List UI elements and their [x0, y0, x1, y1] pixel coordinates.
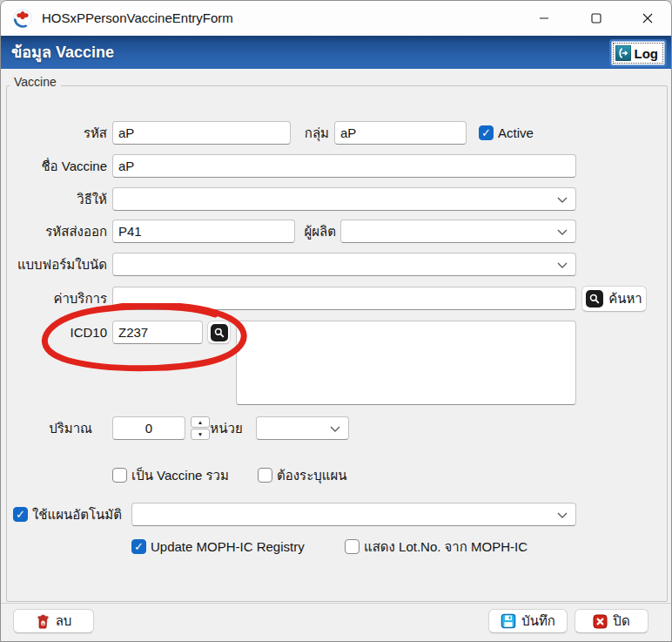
search-icon — [211, 324, 228, 341]
footer-bar — [1, 603, 671, 642]
manufacturer-label: ผู้ผลิต — [293, 220, 336, 243]
auto-plan-dropdown[interactable] — [131, 503, 576, 526]
minimize-icon — [539, 13, 549, 24]
floppy-disk-icon — [501, 613, 516, 629]
icd10-input[interactable] — [112, 321, 203, 344]
close-icon — [642, 13, 653, 24]
app-icon — [12, 8, 33, 29]
vaccine-name-label: ชื่อ Vaccine — [10, 154, 107, 178]
combined-vaccine-label: เป็น Vaccine รวม — [131, 467, 229, 483]
update-mophic-label: Update MOPH-IC Registry — [151, 538, 305, 555]
chevron-down-icon — [557, 512, 568, 518]
groupbox-label: Vaccine — [10, 75, 61, 89]
minimize-button[interactable] — [524, 1, 564, 36]
icd10-label: ICD10 — [36, 321, 107, 344]
note-textarea[interactable] — [236, 321, 576, 405]
auto-plan-checkbox[interactable] — [13, 507, 28, 522]
log-button-label: Log — [635, 46, 659, 61]
delete-button[interactable]: ลบ — [13, 609, 94, 633]
trash-icon — [36, 614, 50, 629]
close-x-icon — [593, 614, 608, 629]
manufacturer-dropdown[interactable] — [340, 220, 576, 243]
window-title: HOSxPPersonVaccineEntryForm — [42, 1, 233, 36]
close-window-button[interactable] — [628, 1, 668, 36]
quantity-input[interactable] — [112, 416, 185, 440]
spin-up-icon[interactable]: ▲ — [191, 416, 210, 428]
appointment-form-dropdown[interactable] — [112, 253, 576, 276]
method-dropdown[interactable] — [112, 187, 576, 211]
chevron-down-icon — [557, 197, 568, 203]
save-button[interactable]: บันทึก — [488, 609, 568, 633]
chevron-down-icon — [557, 262, 568, 268]
require-plan-checkbox[interactable] — [258, 468, 272, 483]
active-checkbox[interactable] — [479, 125, 494, 140]
maximize-icon — [591, 13, 601, 24]
maximize-button[interactable] — [576, 1, 616, 36]
icd10-search-button[interactable] — [207, 321, 231, 344]
close-button[interactable]: ปิด — [575, 609, 648, 633]
group-input[interactable] — [334, 121, 467, 145]
search-icon — [586, 290, 603, 307]
service-fee-label: ค่าบริการ — [10, 287, 107, 310]
vaccine-entry-window: HOSxPPersonVaccineEntryForm ข้อมูล Vacci… — [0, 0, 672, 642]
vaccine-name-input[interactable] — [112, 154, 576, 178]
group-label: กลุ่ม — [293, 121, 329, 145]
method-label: วิธีให้ — [10, 187, 107, 211]
delete-button-label: ลบ — [56, 611, 72, 632]
log-button[interactable]: Log — [611, 41, 666, 65]
appointment-form-label: แบบฟอร์มใบนัด — [1, 253, 107, 276]
chevron-down-icon — [330, 426, 340, 432]
export-code-label: รหัสส่งออก — [10, 220, 107, 243]
save-button-label: บันทึก — [521, 611, 555, 632]
code-label: รหัส — [27, 121, 107, 145]
unit-dropdown[interactable] — [256, 416, 349, 440]
fee-search-button[interactable]: ค้นหา — [581, 286, 647, 312]
active-checkbox-label: Active — [498, 125, 534, 141]
update-mophic-checkbox[interactable] — [131, 539, 146, 554]
combined-vaccine-checkbox[interactable] — [112, 468, 127, 483]
require-plan-label: ต้องระบุแผน — [277, 467, 346, 483]
chevron-down-icon — [557, 229, 568, 235]
show-lotno-checkbox[interactable] — [345, 539, 360, 554]
quantity-stepper[interactable]: ▲ ▼ — [191, 416, 210, 440]
export-code-input[interactable] — [112, 220, 295, 243]
form-header: ข้อมูล Vaccine Log — [1, 36, 671, 69]
code-input[interactable] — [112, 121, 291, 145]
spin-down-icon[interactable]: ▼ — [191, 429, 210, 440]
titlebar: HOSxPPersonVaccineEntryForm — [1, 1, 671, 36]
close-button-label: ปิด — [613, 611, 629, 632]
auto-plan-label: ใช้แผนอัตโนมัติ — [32, 506, 122, 523]
fee-search-label: ค้นหา — [608, 288, 642, 309]
quantity-label: ปริมาณ — [18, 416, 92, 440]
unit-label: หน่วย — [208, 416, 245, 440]
show-lotno-label: แสดง Lot.No. จาก MOPH-IC — [364, 538, 528, 555]
page-title: ข้อมูล Vaccine — [11, 36, 114, 69]
service-fee-input[interactable] — [112, 287, 576, 310]
